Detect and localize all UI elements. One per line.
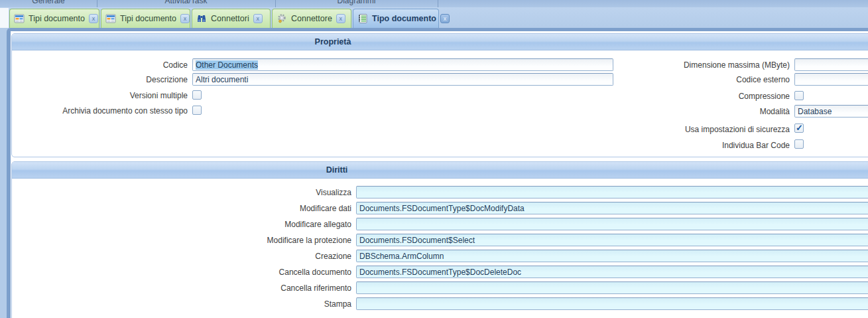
- tab-close-icon[interactable]: x: [180, 14, 190, 23]
- codice-esterno-label: Codice esterno: [597, 75, 790, 84]
- diritti-header: Diritti: [12, 162, 868, 179]
- tab-label: Tipi documento: [120, 14, 176, 23]
- tab-tipi-documento-1[interactable]: Tipi documento x: [9, 9, 99, 28]
- cancella-riferimento-input[interactable]: [356, 281, 868, 294]
- tab-label: Connettore: [291, 14, 332, 23]
- proprieta-title: Proprietà: [315, 34, 351, 50]
- compressione-label: Compressione: [597, 92, 790, 101]
- codice-label: Codice: [11, 60, 188, 70]
- notebook-icon: [357, 13, 368, 24]
- nav-divider: [438, 0, 438, 7]
- stampa-input[interactable]: [356, 297, 868, 310]
- codice-esterno-input[interactable]: [794, 73, 868, 86]
- tab-bar-left-gap: [0, 8, 9, 28]
- table-window-icon: [105, 13, 116, 24]
- descrizione-input[interactable]: [192, 73, 613, 86]
- usa-impostazioni-sicurezza-label: Usa impostazioni di sicurezza: [597, 125, 790, 134]
- individua-barcode-label: Individua Bar Code: [597, 141, 790, 150]
- tab-label: Connettori: [211, 14, 249, 23]
- visualizza-label: Visualizza: [66, 188, 351, 197]
- tab-close-icon[interactable]: x: [440, 14, 450, 23]
- descrizione-label: Descrizione: [11, 75, 188, 84]
- gears-icon: [277, 13, 287, 24]
- nav-item-generale[interactable]: Generale: [0, 0, 97, 5]
- document-type-editor-window: Generale Attività/Task Diagrammi Tipi do…: [0, 0, 868, 318]
- stampa-label: Stampa: [66, 299, 351, 309]
- modificare-allegato-input[interactable]: [356, 218, 868, 230]
- main-nav-strip: Generale Attività/Task Diagrammi: [0, 0, 868, 7]
- usa-impostazioni-sicurezza-checkbox[interactable]: [794, 123, 804, 133]
- modalita-input[interactable]: [794, 105, 868, 118]
- archivia-stesso-tipo-label: Archivia documento con stesso tipo: [11, 106, 188, 116]
- tab-close-icon[interactable]: x: [253, 14, 263, 23]
- codice-input[interactable]: Other Documents: [192, 58, 613, 71]
- tab-connettore[interactable]: Connettore x: [272, 9, 351, 28]
- creazione-input[interactable]: [356, 250, 868, 262]
- dimensione-massima-label: Dimensione massima (MByte): [597, 60, 790, 70]
- dimensione-massima-input[interactable]: [794, 58, 868, 71]
- visualizza-input[interactable]: [356, 186, 868, 199]
- document-tab-bar: Tipi documento x Tipi documento x: [0, 7, 868, 28]
- modificare-protezione-input[interactable]: [356, 234, 868, 246]
- individua-barcode-checkbox[interactable]: [794, 139, 804, 149]
- tab-connettori[interactable]: Connettori x: [192, 9, 271, 28]
- versioni-multiple-label: Versioni multiple: [11, 91, 188, 100]
- table-window-icon: [14, 13, 25, 24]
- binoculars-icon: [196, 13, 207, 24]
- nav-item-attivita-task[interactable]: Attività/Task: [97, 0, 275, 5]
- modificare-protezione-label: Modificare la protezione: [66, 236, 351, 245]
- modificare-dati-label: Modificare dati: [66, 204, 351, 213]
- archivia-stesso-tipo-checkbox[interactable]: [192, 106, 202, 115]
- tab-label: Tipo documento: [372, 14, 436, 23]
- tab-close-icon[interactable]: x: [89, 14, 98, 23]
- nav-divider: [97, 0, 97, 7]
- compressione-checkbox[interactable]: [794, 91, 804, 100]
- tab-tipi-documento-2[interactable]: Tipi documento x: [101, 9, 190, 28]
- proprieta-header: Proprietà: [12, 34, 868, 50]
- cancella-riferimento-label: Cancella riferimento: [66, 283, 351, 293]
- versioni-multiple-checkbox[interactable]: [192, 90, 202, 100]
- cancella-documento-label: Cancella documento: [66, 268, 351, 277]
- selected-text: Other Documents: [196, 60, 258, 70]
- nav-item-diagrammi[interactable]: Diagrammi: [275, 0, 438, 5]
- tab-label: Tipi documento: [29, 14, 85, 23]
- cancella-documento-input[interactable]: [356, 266, 868, 278]
- modificare-allegato-label: Modificare allegato: [66, 220, 351, 229]
- modalita-label: Modalità: [597, 107, 790, 116]
- creazione-label: Creazione: [66, 252, 351, 261]
- tab-tipo-documento[interactable]: Tipo documento x: [353, 9, 439, 28]
- diritti-title: Diritti: [326, 162, 348, 179]
- tab-close-icon[interactable]: x: [336, 14, 345, 23]
- nav-divider: [275, 0, 276, 7]
- modificare-dati-input[interactable]: [356, 202, 868, 214]
